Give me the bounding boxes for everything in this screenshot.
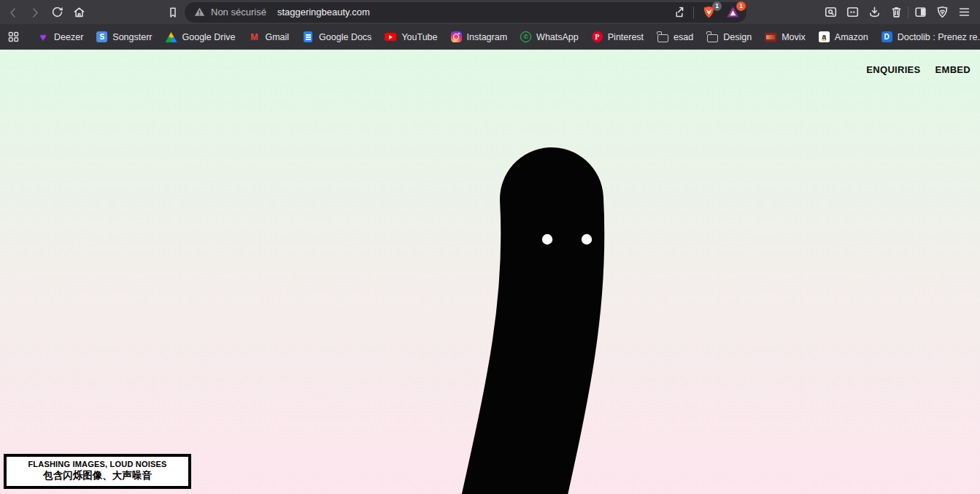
- insecure-warning-icon: [193, 6, 206, 18]
- security-label: Non sécurisé: [211, 7, 266, 18]
- content-warning-box: FLASHING IMAGES, LOUD NOISES 包含闪烁图像、大声噪音: [4, 454, 191, 489]
- bookmark-label: YouTube: [401, 32, 437, 42]
- google-drive-icon: [166, 31, 177, 43]
- search-window-icon: [824, 5, 838, 19]
- search-tabs-button[interactable]: [820, 2, 841, 23]
- embed-link[interactable]: EMBED: [935, 64, 971, 75]
- forward-arrow-icon: [28, 6, 42, 19]
- trash-icon: [890, 5, 903, 19]
- folder-icon: [706, 31, 718, 43]
- worm-eye-left: [542, 234, 552, 244]
- bookmark-youtube[interactable]: YouTube: [379, 29, 443, 45]
- bookmark-page-button[interactable]: [163, 2, 183, 23]
- apps-grid-icon: [7, 31, 20, 43]
- bookmark-instagram[interactable]: Instagram: [445, 29, 514, 45]
- instagram-icon: [451, 31, 462, 42]
- page-content: ENQUIRIES EMBED FLASHING IMAGES, LOUD NO…: [0, 50, 980, 494]
- doctolib-icon: D: [881, 31, 892, 42]
- apps-grid-button[interactable]: [7, 28, 20, 46]
- rewards-badge: 1: [736, 1, 746, 11]
- download-icon: [868, 5, 881, 19]
- brave-shields-button[interactable]: 1: [699, 3, 718, 22]
- share-icon: [672, 6, 685, 19]
- amazon-icon: a: [819, 31, 830, 42]
- bookmark-design[interactable]: Design: [701, 29, 757, 45]
- vpn-button[interactable]: [932, 2, 952, 23]
- warning-text-zh: 包含闪烁图像、大声噪音: [11, 469, 184, 482]
- bookmark-movix[interactable]: Movix: [759, 29, 811, 45]
- deezer-icon: ♥: [37, 31, 49, 43]
- back-button[interactable]: [3, 2, 23, 23]
- wallet-button[interactable]: [842, 2, 863, 23]
- bookmark-songsterr[interactable]: S Songsterr: [90, 29, 158, 45]
- home-button[interactable]: [69, 2, 89, 23]
- trash-button[interactable]: [886, 2, 906, 23]
- bookmarks-bar: ♥ Deezer S Songsterr Google Drive M Gmai…: [0, 24, 980, 50]
- bookmark-esad[interactable]: esad: [651, 29, 699, 45]
- sidebar-button[interactable]: [910, 2, 930, 23]
- bookmark-label: Google Drive: [182, 32, 236, 42]
- youtube-icon: [385, 31, 396, 43]
- warning-text-en: FLASHING IMAGES, LOUD NOISES: [11, 460, 184, 468]
- bookmark-google-docs[interactable]: Google Docs: [296, 29, 377, 45]
- bookmark-pinterest[interactable]: P Pinterest: [586, 29, 649, 45]
- worm-graphic[interactable]: [0, 50, 980, 494]
- home-icon: [72, 5, 86, 19]
- bookmark-gmail[interactable]: M Gmail: [242, 29, 295, 45]
- enquiries-link[interactable]: ENQUIRIES: [866, 64, 920, 75]
- bookmark-label: Google Docs: [319, 32, 371, 42]
- bookmark-label: Pinterest: [608, 32, 644, 42]
- whatsapp-icon: ✆: [520, 31, 531, 42]
- bookmark-flag-icon: [166, 6, 180, 19]
- worm-eye-right: [582, 234, 592, 244]
- songsterr-icon: S: [96, 31, 107, 42]
- brave-rewards-button[interactable]: 1: [723, 3, 742, 22]
- reload-icon: [50, 5, 64, 19]
- gmail-icon: M: [248, 31, 260, 43]
- bookmark-label: esad: [674, 32, 693, 42]
- bookmark-label: Deezer: [54, 32, 83, 42]
- pinterest-icon: P: [592, 31, 603, 42]
- downloads-button[interactable]: [864, 2, 884, 23]
- movix-icon: [765, 31, 776, 43]
- shields-badge: 1: [712, 1, 722, 11]
- bookmark-whatsapp[interactable]: ✆ WhatsApp: [514, 29, 584, 45]
- bookmark-label: Design: [723, 32, 752, 42]
- forward-button[interactable]: [25, 2, 45, 23]
- bookmark-label: Doctolib : Prenez re...: [898, 32, 980, 42]
- bookmark-amazon[interactable]: a Amazon: [813, 29, 874, 45]
- toolbar-separator: [908, 7, 908, 18]
- addressbar-separator: [693, 7, 694, 18]
- url-text: staggeringbeauty.com: [277, 7, 370, 18]
- vpn-shield-icon: [935, 5, 949, 19]
- back-arrow-icon: [7, 6, 20, 19]
- hamburger-menu-icon: [957, 5, 971, 19]
- folder-icon: [657, 31, 668, 43]
- bookmark-deezer[interactable]: ♥ Deezer: [31, 29, 89, 45]
- bookmark-label: Songsterr: [112, 32, 152, 42]
- bookmark-label: Instagram: [467, 32, 508, 42]
- bookmark-label: Amazon: [835, 32, 868, 42]
- share-button[interactable]: [669, 3, 688, 22]
- page-nav: ENQUIRIES EMBED: [866, 64, 971, 75]
- wallet-icon: [846, 5, 860, 19]
- reload-button[interactable]: [47, 2, 67, 23]
- bookmark-google-drive[interactable]: Google Drive: [160, 29, 242, 45]
- address-bar[interactable]: Non sécurisé staggeringbeauty.com 1: [185, 2, 746, 23]
- google-docs-icon: [302, 31, 314, 43]
- menu-button[interactable]: [954, 2, 974, 23]
- bookmark-doctolib[interactable]: D Doctolib : Prenez re...: [876, 29, 980, 45]
- sidebar-icon: [914, 5, 927, 19]
- bookmark-label: WhatsApp: [536, 32, 579, 42]
- browser-toolbar: Non sécurisé staggeringbeauty.com 1: [0, 0, 980, 24]
- bookmark-label: Gmail: [265, 32, 289, 42]
- bookmark-label: Movix: [782, 32, 806, 42]
- browser-window: Non sécurisé staggeringbeauty.com 1: [0, 0, 980, 494]
